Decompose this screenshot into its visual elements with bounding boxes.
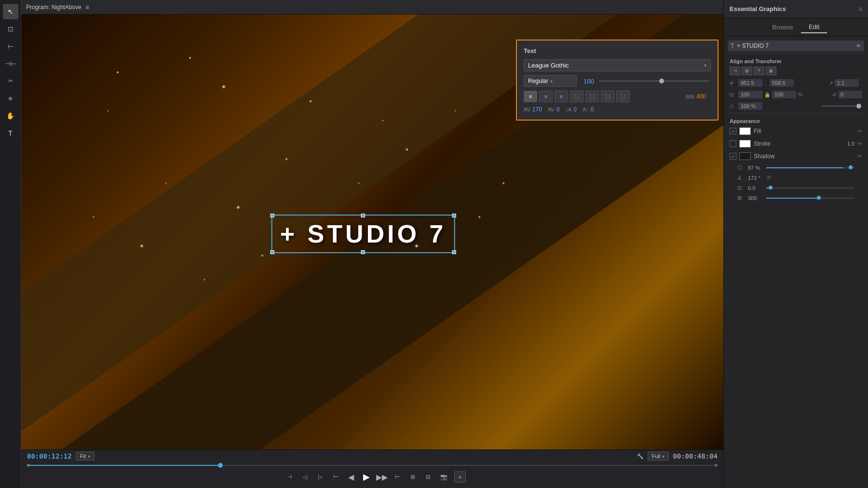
shadow-checkbox[interactable] [730, 153, 736, 160]
shadow-angle-value[interactable]: 172 ° [748, 175, 763, 181]
opacity-value[interactable]: 100 % [738, 102, 762, 110]
export-frame-button[interactable]: 📷 [437, 470, 450, 484]
handle-bottom-center[interactable] [361, 250, 365, 254]
rotation-value[interactable]: 0 [838, 91, 862, 98]
shadow-swatch[interactable] [739, 152, 751, 160]
font-size-slider[interactable] [599, 81, 709, 81]
insert-button[interactable]: ⊞ [406, 470, 420, 484]
layer-item[interactable]: T + STUDIO 7 👁 [728, 41, 864, 51]
stroke-swatch[interactable] [739, 140, 751, 148]
go-to-out-button[interactable]: ⊢ [391, 470, 404, 484]
fit-dropdown[interactable]: Fit ▾ [76, 452, 95, 461]
handle-top-right[interactable] [452, 214, 456, 217]
position-y[interactable]: 558.5 [770, 79, 794, 87]
go-to-in-button2[interactable]: ⊢ [329, 470, 342, 484]
opacity-slider-thumb[interactable] [856, 104, 861, 108]
kerning-value[interactable]: 0 [556, 106, 560, 113]
shadow-distance-thumb[interactable] [769, 186, 773, 190]
justify-all-btn[interactable]: ⬛ [616, 91, 630, 102]
align-horiz-center-btn[interactable]: ⊟ [742, 67, 752, 75]
shadow-size-slider[interactable] [766, 198, 854, 199]
style-dropdown[interactable]: Regular ▾ [524, 75, 577, 87]
studio-text-box[interactable]: + STUDIO 7 [271, 215, 455, 253]
step-forward-button[interactable]: ▶▶ [375, 470, 389, 484]
tool-text[interactable]: T [3, 125, 18, 141]
font-size-value[interactable]: 100 [580, 78, 594, 85]
progress-thumb[interactable] [218, 463, 223, 468]
play-button[interactable]: ▶ [360, 470, 373, 484]
position-x[interactable]: 951.5 [738, 79, 762, 87]
text-overlay[interactable]: + STUDIO 7 [271, 215, 455, 253]
timecode-current[interactable]: 00:00:12:12 [27, 452, 72, 460]
align-vert-top-btn[interactable]: ⊤ [754, 67, 764, 75]
panel-tabs: Browse Edit [724, 18, 868, 37]
tool-zoom[interactable]: ⊕ [3, 91, 18, 106]
shadow-distance-slider[interactable] [766, 188, 854, 189]
kerning-icon: AV [548, 107, 555, 112]
shadow-distance-value[interactable]: 0.0 [748, 185, 763, 191]
shadow-edit-icon[interactable]: ✏ [857, 153, 862, 160]
shadow-size-value[interactable]: 300 [748, 195, 763, 201]
scale-w[interactable]: 100 [738, 91, 762, 98]
progress-row[interactable] [21, 462, 723, 468]
fill-edit-icon[interactable]: ✏ [857, 128, 862, 135]
baseline-value[interactable]: 0 [591, 106, 594, 113]
align-horiz-left-btn[interactable]: ⊣ [730, 67, 740, 75]
handle-top-left[interactable] [271, 214, 274, 217]
tab-edit[interactable]: Edit [801, 21, 827, 33]
align-vert-center-btn[interactable]: ⊞ [766, 67, 776, 75]
justify-left-btn[interactable]: ⬛ [570, 91, 583, 102]
align-right-btn[interactable]: ≡ [555, 91, 568, 102]
tool-select[interactable]: ↖ [3, 4, 18, 19]
shadow-size-row: ⊞ 300 [728, 193, 864, 203]
justify-center-btn[interactable]: ⬛ [585, 91, 599, 102]
wrench-icon[interactable]: 🔧 [637, 453, 644, 460]
align-left-btn[interactable]: ≡ [524, 91, 537, 102]
handle-bottom-right[interactable] [452, 250, 456, 254]
opacity-slider[interactable] [822, 106, 860, 107]
lock-icon: 🔒 [764, 92, 770, 97]
shadow-angle-icon: ∠ [737, 175, 745, 181]
handle-top-center[interactable] [361, 214, 365, 217]
shadow-opacity-value[interactable]: 87 % [748, 165, 763, 171]
mark-in-button[interactable]: ◁ [298, 470, 312, 484]
shadow-angle-time-icon[interactable]: ⏱ [766, 175, 771, 180]
video-canvas[interactable]: + STUDIO 7 Text League Gothic ▾ Regular … [21, 14, 723, 449]
layer-name: + STUDIO 7 [737, 42, 853, 49]
tool-hand[interactable]: ✋ [3, 108, 18, 123]
align-center-btn[interactable]: ≡ [539, 91, 553, 102]
letter-spacing-value[interactable]: 400 [696, 93, 711, 100]
text-layer-icon: T [731, 42, 734, 49]
font-size-thumb[interactable] [659, 79, 664, 83]
fill-swatch[interactable] [739, 127, 751, 135]
mark-out-button[interactable]: ▷ [313, 470, 327, 484]
shadow-opacity-thumb[interactable] [849, 165, 853, 169]
tool-track-select[interactable]: ⊡ [3, 21, 18, 37]
add-button[interactable]: + [454, 471, 466, 483]
step-back-button[interactable]: ◀ [344, 470, 358, 484]
stroke-edit-icon[interactable]: ✏ [857, 140, 862, 147]
font-dropdown[interactable]: League Gothic ▾ [524, 59, 711, 71]
tab-browse[interactable]: Browse [765, 22, 801, 33]
tool-ripple[interactable]: ⊢ [3, 39, 18, 54]
tool-razor[interactable]: ✂ [3, 73, 18, 89]
tool-slip[interactable]: ⊣⊢ [3, 56, 18, 71]
layer-visibility-icon[interactable]: 👁 [856, 43, 861, 49]
panel-menu-icon[interactable]: ≡ [859, 6, 862, 13]
scale-value[interactable]: 1.1 [835, 79, 859, 87]
quality-dropdown[interactable]: Full ▾ [648, 452, 669, 461]
tsume-value[interactable]: 170 [532, 106, 542, 113]
justify-right-btn[interactable]: ⬛ [601, 91, 614, 102]
progress-bar[interactable] [27, 465, 718, 466]
shadow-opacity-slider[interactable] [766, 167, 854, 168]
scale-h[interactable]: 100 [772, 91, 796, 98]
go-to-in-button[interactable]: ⊣ [283, 470, 296, 484]
overwrite-button[interactable]: ⊟ [421, 470, 435, 484]
program-menu-icon[interactable]: ≡ [85, 3, 89, 11]
fill-checkbox[interactable] [730, 128, 736, 135]
leading-value[interactable]: 0 [573, 106, 577, 113]
stroke-checkbox[interactable] [730, 140, 736, 147]
handle-bottom-left[interactable] [271, 250, 274, 254]
stroke-width[interactable]: 1.0 [847, 141, 854, 147]
shadow-size-thumb[interactable] [817, 196, 821, 200]
